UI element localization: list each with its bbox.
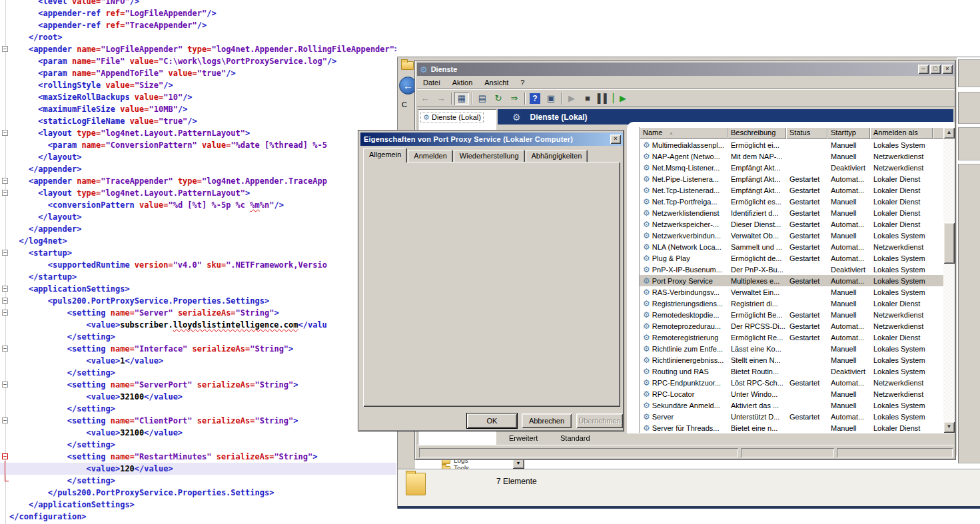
help-icon[interactable]: ? bbox=[530, 93, 540, 104]
tab-abhaengigkeiten[interactable]: Abhängigkeiten bbox=[526, 150, 588, 162]
refresh-icon[interactable]: ↻ bbox=[491, 92, 506, 105]
service-starttype: Manuell bbox=[827, 300, 870, 308]
code-line: </setting> bbox=[0, 475, 396, 487]
back-icon[interactable]: ← bbox=[418, 92, 432, 105]
ok-button[interactable]: OK bbox=[467, 413, 517, 428]
start-service-icon[interactable]: ▶ bbox=[564, 92, 579, 105]
column-header-beschreibung[interactable]: Beschreibung bbox=[728, 127, 786, 139]
menu-datei[interactable]: Datei bbox=[417, 77, 446, 88]
column-header-starttyp[interactable]: Starttyp bbox=[827, 127, 870, 139]
table-row[interactable]: ⚙NAP-Agent (Netwo...Mit dem NAP-...Manue… bbox=[640, 150, 955, 162]
column-header-filler[interactable] bbox=[933, 127, 944, 139]
tab-page-allgemein bbox=[363, 162, 620, 407]
table-row[interactable]: ⚙NLA (Network Loca...Sammelt und ...Gest… bbox=[640, 241, 955, 252]
table-row[interactable]: ⚙Remoteprozedurau...Der RPCSS-Di...Gesta… bbox=[640, 320, 955, 332]
table-row[interactable]: ⚙RemoteregistrierungErmöglicht Re...Gest… bbox=[640, 332, 955, 343]
table-row[interactable]: ⚙Netzwerkspeicher-...Dieser Dienst...Ges… bbox=[640, 218, 955, 230]
table-row[interactable]: ⚙RPC-Endpunktzuor...Löst RPC-Sch...Gesta… bbox=[640, 377, 955, 388]
service-gear-icon: ⚙ bbox=[643, 412, 650, 421]
fold-collapse-icon[interactable]: − bbox=[2, 310, 8, 316]
pause-service-icon[interactable]: ▌▌ bbox=[596, 92, 611, 105]
service-status: Gestartet bbox=[786, 311, 827, 319]
close-button[interactable]: × bbox=[942, 65, 953, 74]
maximize-button[interactable]: □ bbox=[930, 65, 941, 74]
code-line: <value>1</value> bbox=[0, 355, 396, 367]
minimize-button[interactable]: – bbox=[918, 65, 929, 74]
fold-collapse-icon[interactable]: − bbox=[2, 178, 8, 184]
table-row[interactable]: ⚙RAS-Verbindungsv...Verwaltet Ein...Manu… bbox=[640, 286, 955, 298]
table-row[interactable]: ⚙Port Proxy ServiceMultiplexes e...Gesta… bbox=[640, 275, 955, 286]
fold-collapse-icon[interactable]: − bbox=[2, 346, 8, 352]
fold-collapse-icon[interactable]: − bbox=[2, 453, 8, 459]
table-row[interactable]: ⚙Net.Pipe-Listenera...Empfängt Akt...Ges… bbox=[640, 173, 955, 184]
table-row[interactable]: ⚙Net.Msmq-Listener...Empfängt Akt...Deak… bbox=[640, 162, 955, 173]
table-row[interactable]: ⚙Server für Threads...Bietet eine n...Ma… bbox=[640, 422, 955, 433]
scrollbar-thumb[interactable] bbox=[943, 222, 955, 264]
table-row[interactable]: ⚙RPC-LocatorUnter Windo...ManuellNetzwer… bbox=[640, 388, 955, 399]
tab-anmelden[interactable]: Anmelden bbox=[408, 150, 453, 162]
extended-view-icon[interactable]: ▣ bbox=[544, 92, 558, 105]
fold-collapse-icon[interactable]: − bbox=[2, 382, 8, 388]
big-folder-icon bbox=[406, 473, 426, 495]
fold-collapse-icon[interactable]: − bbox=[2, 286, 8, 292]
table-row[interactable]: ⚙NetzwerklistendienstIdentifiziert d...G… bbox=[640, 207, 955, 218]
table-row[interactable]: ⚙Registrierungsdiens...Registriert di...… bbox=[640, 298, 955, 309]
fold-collapse-icon[interactable]: − bbox=[2, 417, 8, 423]
tab-allgemein[interactable]: Allgemein bbox=[363, 148, 407, 162]
service-description: Empfängt Akt... bbox=[728, 186, 786, 194]
table-row[interactable]: ⚙Multimediaklassenpl...Ermöglicht ei...M… bbox=[640, 139, 955, 150]
column-header-name[interactable]: Name▲ bbox=[640, 127, 728, 139]
table-row[interactable]: ⚙Plug & PlayErmöglicht de...GestartetAut… bbox=[640, 252, 955, 264]
scroll-down-button[interactable]: ▼ bbox=[943, 421, 955, 433]
titlebar[interactable]: Eigenschaften von Port Proxy Service (Lo… bbox=[360, 132, 623, 146]
service-logon: Netzwerkdienst bbox=[870, 390, 933, 398]
stop-service-icon[interactable]: ■ bbox=[580, 92, 595, 105]
table-row[interactable]: ⚙PnP-X-IP-Busenum...Der PnP-X-Bu...Deakt… bbox=[640, 264, 955, 275]
scroll-up-button[interactable]: ▲ bbox=[943, 127, 955, 138]
tree-item-dienste-lokal[interactable]: ⚙ Dienste (Lokal) bbox=[420, 112, 484, 123]
column-header-anmelden-als[interactable]: Anmelden als bbox=[870, 127, 933, 139]
column-header-status[interactable]: Status bbox=[786, 127, 827, 139]
fold-collapse-icon[interactable]: − bbox=[2, 190, 8, 196]
menu-hilfe[interactable]: ? bbox=[514, 77, 530, 88]
service-description: Aktiviert das ... bbox=[728, 401, 786, 409]
tab-wiederherstellung[interactable]: Wiederherstellung bbox=[454, 150, 525, 162]
tab-erweitert[interactable]: Erweitert bbox=[500, 433, 547, 444]
menu-aktion[interactable]: Aktion bbox=[446, 77, 479, 88]
service-starttype: Automat... bbox=[827, 220, 870, 228]
export-list-icon[interactable]: ⇒ bbox=[507, 92, 522, 105]
toolbar-separator bbox=[451, 93, 452, 105]
fold-collapse-icon[interactable]: − bbox=[2, 46, 8, 52]
show-tree-icon[interactable]: ▦ bbox=[454, 92, 469, 105]
fold-collapse-icon[interactable]: − bbox=[2, 298, 8, 304]
scrollbar[interactable]: ▲ ▼ bbox=[943, 127, 955, 433]
service-starttype: Manuell bbox=[827, 401, 870, 409]
table-row[interactable]: ⚙Richtlinienergebniss...Stellt einen N..… bbox=[640, 354, 955, 366]
table-row[interactable]: ⚙Netzwerkverbindun...Verwaltet Ob...Gest… bbox=[640, 230, 955, 241]
table-row[interactable]: ⚙Routing und RASBietet Routin...Deaktivi… bbox=[640, 366, 955, 377]
cancel-button[interactable]: Abbrechen bbox=[522, 413, 572, 428]
menu-ansicht[interactable]: Ansicht bbox=[478, 77, 514, 88]
restart-service-icon[interactable]: ▏▶ bbox=[612, 92, 627, 105]
titlebar[interactable]: ⚙ Dienste – □ × bbox=[417, 63, 955, 76]
dropdown-button[interactable]: ▼ bbox=[512, 459, 524, 469]
table-row[interactable]: ⚙Net.Tcp-Portfreiga...Ermöglicht es...Ge… bbox=[640, 196, 955, 207]
service-status: Gestartet bbox=[786, 232, 827, 240]
fold-collapse-icon[interactable]: − bbox=[2, 130, 8, 136]
tab-standard[interactable]: Standard bbox=[551, 433, 600, 444]
properties-icon[interactable]: ▤ bbox=[475, 92, 490, 105]
code-editor[interactable]: <level value="INFO"/> <appender-ref ref=… bbox=[0, 0, 396, 524]
table-row[interactable]: ⚙Richtlinie zum Entfe...Lässt eine Ko...… bbox=[640, 343, 955, 354]
service-logon: Lokales System bbox=[870, 266, 933, 274]
table-row[interactable]: ⚙Sekundäre Anmeld...Aktiviert das ...Man… bbox=[640, 399, 955, 411]
service-status: Gestartet bbox=[786, 175, 827, 183]
service-logon: Netzwerkdienst bbox=[870, 322, 933, 330]
apply-button[interactable]: Übernehmen bbox=[576, 413, 623, 428]
table-row[interactable]: ⚙Remotedesktopdie...Ermöglicht Be...Gest… bbox=[640, 309, 955, 320]
service-name: ⚙Routing und RAS bbox=[640, 367, 728, 376]
close-icon[interactable]: × bbox=[610, 134, 621, 144]
table-row[interactable]: ⚙ServerUnterstützt D...GestartetAutomat.… bbox=[640, 411, 955, 422]
forward-icon[interactable]: → bbox=[434, 92, 448, 105]
table-row[interactable]: ⚙Net.Tcp-Listenerad...Empfängt Akt...Ges… bbox=[640, 184, 955, 196]
fold-collapse-icon[interactable]: − bbox=[2, 250, 8, 256]
